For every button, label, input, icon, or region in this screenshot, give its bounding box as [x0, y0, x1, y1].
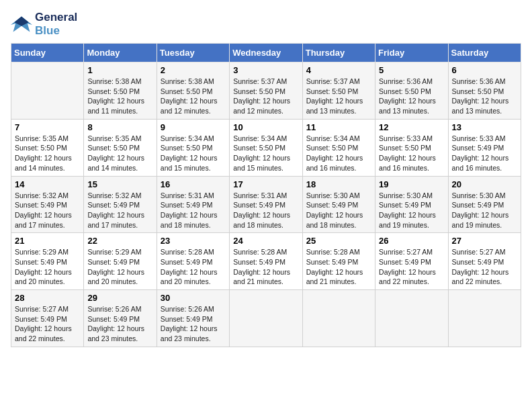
calendar-cell: 4Sunrise: 5:37 AM Sunset: 5:50 PM Daylig…: [302, 62, 375, 120]
day-number: 13: [452, 122, 517, 132]
day-info: Sunrise: 5:27 AM Sunset: 5:49 PM Dayligh…: [15, 304, 80, 344]
day-info: Sunrise: 5:27 AM Sunset: 5:49 PM Dayligh…: [379, 247, 444, 287]
day-info: Sunrise: 5:31 AM Sunset: 5:49 PM Dayligh…: [161, 191, 226, 230]
calendar-week-2: 7Sunrise: 5:35 AM Sunset: 5:50 PM Daylig…: [11, 119, 521, 176]
day-number: 28: [15, 293, 80, 303]
calendar-cell: 20Sunrise: 5:30 AM Sunset: 5:49 PM Dayli…: [448, 176, 521, 233]
calendar-cell: 8Sunrise: 5:35 AM Sunset: 5:50 PM Daylig…: [84, 119, 157, 176]
col-header-sunday: Sunday: [11, 44, 84, 62]
day-info: Sunrise: 5:35 AM Sunset: 5:50 PM Dayligh…: [87, 134, 152, 173]
day-number: 11: [306, 122, 371, 132]
calendar-cell: [230, 290, 302, 347]
col-header-thursday: Thursday: [302, 44, 375, 62]
calendar-header: SundayMondayTuesdayWednesdayThursdayFrid…: [11, 44, 521, 62]
col-header-saturday: Saturday: [448, 44, 521, 62]
page-header: General Blue: [11, 11, 521, 38]
day-number: 19: [379, 179, 444, 189]
day-info: Sunrise: 5:28 AM Sunset: 5:49 PM Dayligh…: [233, 247, 298, 287]
calendar-week-3: 14Sunrise: 5:32 AM Sunset: 5:49 PM Dayli…: [11, 176, 521, 233]
calendar-cell: 24Sunrise: 5:28 AM Sunset: 5:49 PM Dayli…: [230, 233, 302, 290]
day-number: 16: [161, 179, 226, 189]
day-info: Sunrise: 5:32 AM Sunset: 5:49 PM Dayligh…: [87, 191, 152, 230]
day-number: 30: [161, 293, 226, 303]
day-number: 7: [15, 122, 80, 132]
calendar-cell: 25Sunrise: 5:28 AM Sunset: 5:49 PM Dayli…: [302, 233, 375, 290]
day-number: 12: [379, 122, 444, 132]
day-number: 27: [452, 236, 517, 246]
calendar-cell: 9Sunrise: 5:34 AM Sunset: 5:50 PM Daylig…: [157, 119, 229, 176]
calendar-cell: 18Sunrise: 5:30 AM Sunset: 5:49 PM Dayli…: [302, 176, 375, 233]
logo: General Blue: [11, 11, 77, 38]
day-info: Sunrise: 5:33 AM Sunset: 5:50 PM Dayligh…: [379, 134, 444, 173]
day-info: Sunrise: 5:27 AM Sunset: 5:49 PM Dayligh…: [452, 247, 517, 287]
day-info: Sunrise: 5:30 AM Sunset: 5:49 PM Dayligh…: [306, 191, 371, 230]
day-number: 23: [161, 236, 226, 246]
calendar-cell: 16Sunrise: 5:31 AM Sunset: 5:49 PM Dayli…: [157, 176, 229, 233]
day-info: Sunrise: 5:35 AM Sunset: 5:50 PM Dayligh…: [15, 134, 80, 173]
day-info: Sunrise: 5:37 AM Sunset: 5:50 PM Dayligh…: [306, 77, 371, 116]
calendar-cell: 19Sunrise: 5:30 AM Sunset: 5:49 PM Dayli…: [375, 176, 448, 233]
day-number: 6: [452, 65, 517, 75]
day-info: Sunrise: 5:34 AM Sunset: 5:50 PM Dayligh…: [306, 134, 371, 173]
calendar-cell: 5Sunrise: 5:36 AM Sunset: 5:50 PM Daylig…: [375, 62, 448, 120]
calendar-week-1: 1Sunrise: 5:38 AM Sunset: 5:50 PM Daylig…: [11, 62, 521, 120]
day-number: 4: [306, 65, 371, 75]
day-number: 20: [452, 179, 517, 189]
day-number: 2: [161, 65, 226, 75]
calendar-cell: 3Sunrise: 5:37 AM Sunset: 5:50 PM Daylig…: [230, 62, 302, 120]
day-number: 8: [87, 122, 152, 132]
logo-icon: [11, 15, 32, 34]
calendar-week-4: 21Sunrise: 5:29 AM Sunset: 5:49 PM Dayli…: [11, 233, 521, 290]
calendar-cell: [375, 290, 448, 347]
day-info: Sunrise: 5:28 AM Sunset: 5:49 PM Dayligh…: [306, 247, 371, 287]
day-number: 17: [233, 179, 298, 189]
day-number: 9: [161, 122, 226, 132]
calendar-cell: 22Sunrise: 5:29 AM Sunset: 5:49 PM Dayli…: [84, 233, 157, 290]
calendar-cell: 15Sunrise: 5:32 AM Sunset: 5:49 PM Dayli…: [84, 176, 157, 233]
calendar-cell: 26Sunrise: 5:27 AM Sunset: 5:49 PM Dayli…: [375, 233, 448, 290]
day-number: 5: [379, 65, 444, 75]
calendar-cell: 12Sunrise: 5:33 AM Sunset: 5:50 PM Dayli…: [375, 119, 448, 176]
calendar-cell: 13Sunrise: 5:33 AM Sunset: 5:49 PM Dayli…: [448, 119, 521, 176]
day-info: Sunrise: 5:30 AM Sunset: 5:49 PM Dayligh…: [452, 191, 517, 230]
day-info: Sunrise: 5:38 AM Sunset: 5:50 PM Dayligh…: [87, 77, 152, 116]
day-info: Sunrise: 5:29 AM Sunset: 5:49 PM Dayligh…: [15, 247, 80, 287]
calendar-cell: 17Sunrise: 5:31 AM Sunset: 5:49 PM Dayli…: [230, 176, 302, 233]
day-number: 14: [15, 179, 80, 189]
day-info: Sunrise: 5:30 AM Sunset: 5:49 PM Dayligh…: [379, 191, 444, 230]
calendar-table: SundayMondayTuesdayWednesdayThursdayFrid…: [11, 43, 521, 347]
day-number: 22: [87, 236, 152, 246]
calendar-cell: [11, 62, 84, 120]
calendar-cell: 27Sunrise: 5:27 AM Sunset: 5:49 PM Dayli…: [448, 233, 521, 290]
day-info: Sunrise: 5:38 AM Sunset: 5:50 PM Dayligh…: [161, 77, 226, 116]
day-info: Sunrise: 5:36 AM Sunset: 5:50 PM Dayligh…: [452, 77, 517, 116]
day-info: Sunrise: 5:36 AM Sunset: 5:50 PM Dayligh…: [379, 77, 444, 116]
day-info: Sunrise: 5:34 AM Sunset: 5:50 PM Dayligh…: [233, 134, 298, 173]
col-header-tuesday: Tuesday: [157, 44, 229, 62]
calendar-cell: 23Sunrise: 5:28 AM Sunset: 5:49 PM Dayli…: [157, 233, 229, 290]
day-number: 1: [87, 65, 152, 75]
calendar-cell: 21Sunrise: 5:29 AM Sunset: 5:49 PM Dayli…: [11, 233, 84, 290]
day-number: 15: [87, 179, 152, 189]
calendar-cell: [448, 290, 521, 347]
calendar-cell: 14Sunrise: 5:32 AM Sunset: 5:49 PM Dayli…: [11, 176, 84, 233]
calendar-cell: 10Sunrise: 5:34 AM Sunset: 5:50 PM Dayli…: [230, 119, 302, 176]
day-info: Sunrise: 5:37 AM Sunset: 5:50 PM Dayligh…: [233, 77, 298, 116]
day-number: 18: [306, 179, 371, 189]
col-header-monday: Monday: [84, 44, 157, 62]
calendar-cell: 29Sunrise: 5:26 AM Sunset: 5:49 PM Dayli…: [84, 290, 157, 347]
calendar-week-5: 28Sunrise: 5:27 AM Sunset: 5:49 PM Dayli…: [11, 290, 521, 347]
logo-text: General Blue: [35, 11, 77, 38]
day-info: Sunrise: 5:26 AM Sunset: 5:49 PM Dayligh…: [161, 304, 226, 344]
calendar-cell: 1Sunrise: 5:38 AM Sunset: 5:50 PM Daylig…: [84, 62, 157, 120]
calendar-cell: 2Sunrise: 5:38 AM Sunset: 5:50 PM Daylig…: [157, 62, 229, 120]
day-number: 21: [15, 236, 80, 246]
calendar-cell: 6Sunrise: 5:36 AM Sunset: 5:50 PM Daylig…: [448, 62, 521, 120]
calendar-cell: 7Sunrise: 5:35 AM Sunset: 5:50 PM Daylig…: [11, 119, 84, 176]
day-info: Sunrise: 5:33 AM Sunset: 5:49 PM Dayligh…: [452, 134, 517, 173]
day-number: 10: [233, 122, 298, 132]
day-number: 25: [306, 236, 371, 246]
day-number: 3: [233, 65, 298, 75]
day-info: Sunrise: 5:26 AM Sunset: 5:49 PM Dayligh…: [87, 304, 152, 344]
calendar-cell: 28Sunrise: 5:27 AM Sunset: 5:49 PM Dayli…: [11, 290, 84, 347]
